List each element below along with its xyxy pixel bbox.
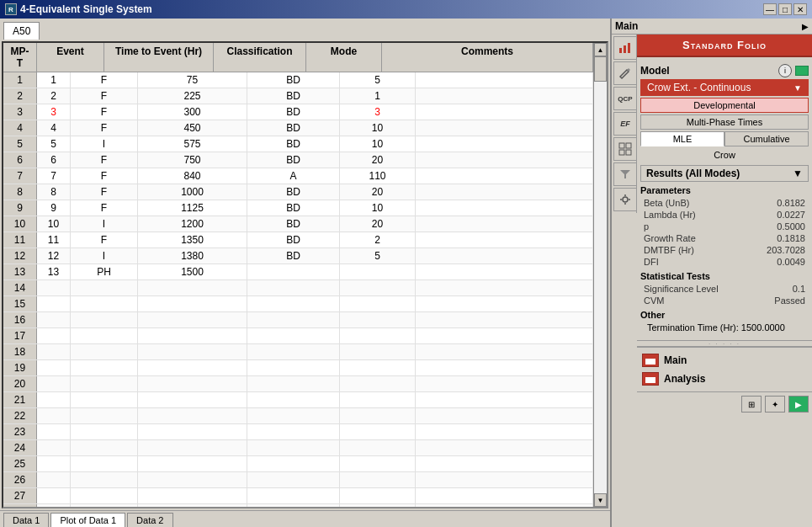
cell-class[interactable] [247,296,340,311]
cell-event[interactable]: I [71,136,138,152]
cell-class[interactable]: BD [247,136,340,152]
cell-comments[interactable] [416,216,593,232]
cell-time[interactable]: 450 [138,120,247,136]
cell-event[interactable] [71,392,138,407]
cell-event[interactable]: F [71,232,138,248]
cell-time[interactable]: 75 [138,72,247,88]
cell-event[interactable]: I [71,216,138,232]
cell-time[interactable] [138,504,247,507]
cell-class[interactable] [247,504,340,507]
cell-mode[interactable] [340,440,416,455]
cell-class[interactable] [247,488,340,503]
cell-mp[interactable] [37,280,71,295]
developmental-button[interactable]: Developmental [640,98,809,113]
cell-mp[interactable] [37,408,71,423]
cell-mp[interactable] [37,296,71,311]
cell-time[interactable]: 1125 [138,200,247,216]
cell-time[interactable]: 1500 [138,264,247,279]
cell-comments[interactable] [416,376,593,391]
cell-mp[interactable] [37,424,71,439]
vertical-scrollbar[interactable]: ▲ ▼ [593,43,607,507]
cell-comments[interactable] [416,408,593,423]
maximize-button[interactable]: □ [778,3,792,15]
cell-event[interactable] [71,312,138,327]
cell-time[interactable]: 750 [138,152,247,168]
tab-plot-data1[interactable]: Plot of Data 1 [50,513,125,527]
cell-class[interactable]: BD [247,104,340,120]
cell-mode[interactable] [340,312,416,327]
sidebar-icon-chart[interactable] [613,36,637,60]
cell-comments[interactable] [416,88,593,104]
cell-class[interactable]: BD [247,216,340,232]
tab-data2[interactable]: Data 2 [127,513,172,527]
cell-mp[interactable]: 13 [37,264,71,279]
multi-phase-button[interactable]: Multi-Phase Times [640,114,809,130]
cell-comments[interactable] [416,360,593,375]
cell-time[interactable]: 225 [138,88,247,104]
cell-comments[interactable] [416,280,593,295]
cell-mode[interactable] [340,392,416,407]
cell-time[interactable] [138,472,247,487]
table-row[interactable]: 27 [3,488,593,504]
cell-mode[interactable]: 110 [340,168,416,184]
table-row[interactable]: 17 [3,328,593,344]
cell-mode[interactable]: 20 [340,216,416,232]
cell-time[interactable]: 1380 [138,248,247,264]
cell-class[interactable] [247,344,340,359]
cell-mode[interactable]: 20 [340,152,416,168]
cell-mode[interactable] [340,280,416,295]
cell-comments[interactable] [416,152,593,168]
cell-event[interactable] [71,472,138,487]
cell-class[interactable]: BD [247,72,340,88]
table-row[interactable]: 4 4 F 450 BD 10 [3,120,593,136]
cell-mp[interactable] [37,392,71,407]
cell-class[interactable]: BD [247,200,340,216]
scroll-up-button[interactable]: ▲ [594,43,607,56]
cell-mode[interactable] [340,296,416,311]
footer-star-button[interactable]: ✦ [765,396,785,413]
table-row[interactable]: 5 5 I 575 BD 10 [3,136,593,152]
cell-time[interactable] [138,440,247,455]
cell-mode[interactable]: 1 [340,88,416,104]
cell-time[interactable] [138,456,247,471]
cell-event[interactable]: F [71,120,138,136]
cell-class[interactable] [247,472,340,487]
cell-comments[interactable] [416,456,593,471]
cell-class[interactable] [247,392,340,407]
cell-mode[interactable] [340,472,416,487]
table-row[interactable]: 24 [3,440,593,456]
cell-event[interactable] [71,504,138,507]
cell-class[interactable]: BD [247,120,340,136]
cell-time[interactable] [138,312,247,327]
analysis-nav-item[interactable]: Analysis [640,370,809,388]
cell-time[interactable]: 1000 [138,184,247,200]
tab-mle[interactable]: MLE [640,131,724,146]
cell-event[interactable] [71,280,138,295]
footer-grid-button[interactable]: ⊞ [741,396,762,413]
cell-class[interactable] [247,280,340,295]
cell-mode[interactable] [340,360,416,375]
cell-comments[interactable] [416,344,593,359]
cell-event[interactable]: F [71,168,138,184]
cell-time[interactable] [138,360,247,375]
cell-mp[interactable] [37,472,71,487]
cell-mode[interactable]: 10 [340,120,416,136]
table-row[interactable]: 1 1 F 75 BD 5 [3,72,593,88]
cell-class[interactable] [247,424,340,439]
cell-mode[interactable] [340,424,416,439]
table-row[interactable]: 23 [3,424,593,440]
cell-mp[interactable]: 2 [37,88,71,104]
cell-class[interactable] [247,408,340,423]
table-row[interactable]: 18 [3,344,593,360]
cell-mode[interactable] [340,488,416,503]
cell-mode[interactable] [340,376,416,391]
cell-event[interactable] [71,408,138,423]
tab-data1[interactable]: Data 1 [3,513,49,527]
table-row[interactable]: 6 6 F 750 BD 20 [3,152,593,168]
cell-mode[interactable] [340,456,416,471]
cell-class[interactable] [247,376,340,391]
table-row[interactable]: 25 [3,456,593,472]
results-collapse-icon[interactable]: ▼ [793,168,803,179]
cell-time[interactable] [138,408,247,423]
cell-mode[interactable] [340,344,416,359]
